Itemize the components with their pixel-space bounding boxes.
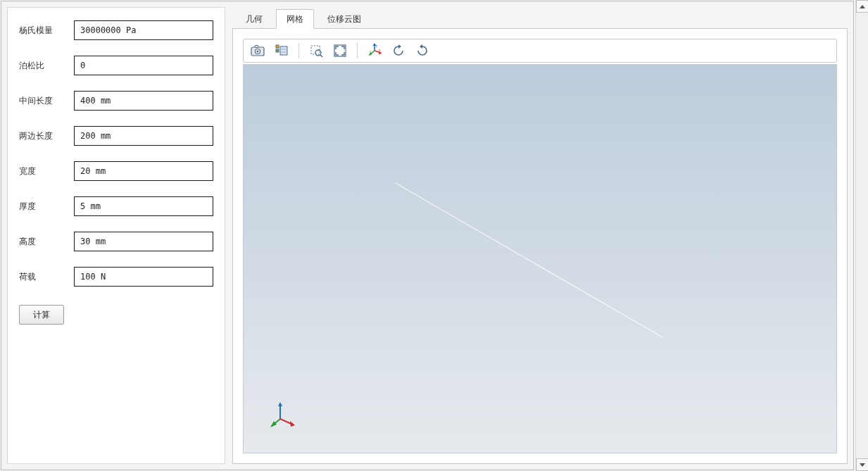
svg-marker-23 xyxy=(420,44,422,49)
input-thickness[interactable] xyxy=(74,196,213,216)
mesh-geometry-line xyxy=(395,182,664,338)
scene-icon[interactable] xyxy=(273,42,290,59)
tab-geometry[interactable]: 几何 xyxy=(235,9,273,29)
svg-rect-6 xyxy=(280,46,287,55)
tabbar: 几何 网格 位移云图 xyxy=(232,7,848,28)
tab-mesh[interactable]: 网格 xyxy=(276,9,314,29)
results-panel: 几何 网格 位移云图 xyxy=(232,7,848,464)
input-side-length[interactable] xyxy=(74,126,213,146)
toolbar-separator xyxy=(357,43,358,58)
label-width: 宽度 xyxy=(19,165,74,177)
label-load: 荷载 xyxy=(19,271,74,283)
tab-displacement[interactable]: 位移云图 xyxy=(317,9,372,29)
zoom-extents-icon[interactable] xyxy=(332,42,348,59)
svg-marker-22 xyxy=(398,44,401,49)
rotate-cw-icon[interactable] xyxy=(414,42,431,59)
scroll-up-button[interactable] xyxy=(856,0,868,13)
toolbar-separator xyxy=(298,43,299,58)
svg-rect-1 xyxy=(255,46,258,48)
label-side-length: 两边长度 xyxy=(19,130,74,142)
label-thickness: 厚度 xyxy=(19,201,74,213)
viewer-toolbar: z x y xyxy=(243,39,837,63)
svg-line-11 xyxy=(320,55,322,57)
input-poisson-ratio[interactable] xyxy=(74,56,213,75)
svg-point-10 xyxy=(315,50,321,56)
screenshot-icon[interactable] xyxy=(249,42,266,59)
svg-marker-25 xyxy=(278,402,282,406)
svg-marker-27 xyxy=(290,421,295,427)
svg-text:x: x xyxy=(379,48,381,52)
input-youngs-modulus[interactable] xyxy=(74,20,213,40)
label-mid-length: 中间长度 xyxy=(19,95,74,107)
scroll-down-button[interactable] xyxy=(856,458,868,471)
svg-point-3 xyxy=(257,51,259,53)
rotate-ccw-icon[interactable] xyxy=(390,42,407,59)
label-youngs-modulus: 杨氏模量 xyxy=(19,25,74,37)
input-height[interactable] xyxy=(74,232,213,251)
svg-rect-5 xyxy=(276,49,279,52)
reset-view-icon[interactable]: z x y xyxy=(366,42,383,59)
vertical-scrollbar[interactable] xyxy=(855,0,868,471)
parameters-panel: 杨氏模量 泊松比 中间长度 两边长度 宽度 xyxy=(7,7,225,464)
scroll-track[interactable] xyxy=(856,13,868,458)
svg-rect-4 xyxy=(276,45,279,48)
label-height: 高度 xyxy=(19,236,74,248)
label-poisson-ratio: 泊松比 xyxy=(19,60,74,72)
input-width[interactable] xyxy=(74,161,213,181)
mesh-viewport[interactable] xyxy=(243,64,837,453)
zoom-box-icon[interactable] xyxy=(308,42,325,59)
svg-text:z: z xyxy=(376,44,378,48)
input-load[interactable] xyxy=(74,267,213,287)
chevron-down-icon xyxy=(860,463,865,467)
chevron-up-icon xyxy=(860,5,865,8)
compute-button[interactable]: 计算 xyxy=(19,305,64,325)
axis-triad xyxy=(272,401,298,427)
input-mid-length[interactable] xyxy=(74,91,213,111)
tab-content: z x y xyxy=(232,28,848,464)
